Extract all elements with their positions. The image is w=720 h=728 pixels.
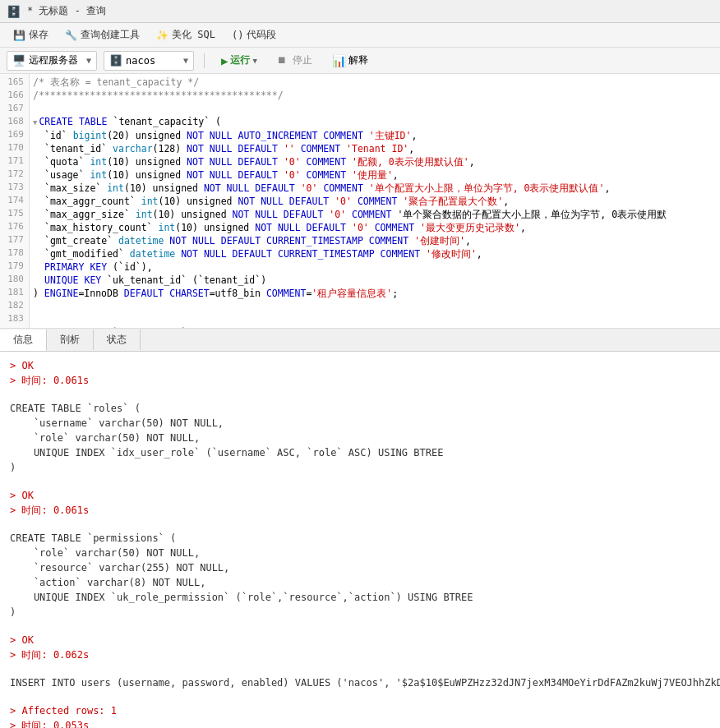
- line-number: 167: [0, 102, 29, 115]
- result-block: > OK> 时间: 0.062s: [10, 633, 710, 662]
- code-text: `gmt_create` datetime NOT NULL DEFAULT C…: [44, 234, 471, 247]
- code-line: `tenant_id` varchar(128) NOT NULL DEFAUL…: [33, 142, 717, 155]
- result-line: > OK: [10, 488, 710, 503]
- code-line: [33, 102, 717, 115]
- code-text: CREATE TABLE `tenant_capacity` (: [39, 115, 221, 128]
- line-number: 176: [0, 220, 29, 233]
- database-select[interactable]: 🗄️ nacos ▼: [104, 51, 194, 71]
- window-title: * 无标题 - 查询: [27, 4, 106, 18]
- stop-label: 停止: [293, 54, 312, 66]
- result-line: > OK: [10, 358, 710, 373]
- code-line: PRIMARY KEY (`id`),: [33, 260, 717, 274]
- result-block: CREATE TABLE `roles` ( `username` varcha…: [10, 401, 710, 475]
- tab-info[interactable]: 信息: [0, 329, 47, 351]
- fold-icon[interactable]: ▼: [33, 116, 37, 129]
- remote-server-value: 远程服务器: [29, 53, 78, 67]
- code-text: `max_aggr_size` int(10) unsigned NOT NUL…: [44, 208, 667, 221]
- code-text: `id` bigint(20) unsigned NOT NULL AUTO_I…: [44, 129, 417, 142]
- line-number: 173: [0, 181, 29, 194]
- line-number: 181: [0, 286, 29, 299]
- code-text: `max_size` int(10) unsigned NOT NULL DEF…: [44, 182, 610, 195]
- remote-server-icon: 🖥️: [12, 54, 25, 67]
- result-line: UNIQUE INDEX `idx_user_role` (`username`…: [10, 445, 710, 460]
- code-line: /***************************************…: [33, 89, 717, 102]
- code-line: `usage` int(10) unsigned NOT NULL DEFAUL…: [33, 168, 717, 182]
- line-number: 170: [0, 141, 29, 154]
- code-text: PRIMARY KEY (`id`),: [44, 260, 153, 274]
- fold-icon[interactable]: ▼: [33, 327, 37, 328]
- result-area[interactable]: > OK> 时间: 0.061sCREATE TABLE `roles` ( `…: [0, 352, 720, 728]
- code-snippet-menu-item[interactable]: () 代码段: [225, 26, 283, 44]
- result-block: CREATE TABLE `permissions` ( `role` varc…: [10, 531, 710, 620]
- run-dropdown-icon[interactable]: ▼: [252, 57, 256, 65]
- code-line: ) ENGINE=InnoDB DEFAULT CHARSET=utf8_bin…: [33, 287, 717, 300]
- result-block: > OK> 时间: 0.061s: [10, 488, 710, 518]
- code-text: CREATE TABLE `tenant_info` (: [39, 326, 198, 328]
- code-text: `max_history_count` int(10) unsigned NOT…: [44, 221, 526, 234]
- result-block: INSERT INTO users (username, password, e…: [10, 675, 710, 690]
- code-text: `gmt_modified` datetime NOT NULL DEFAULT…: [44, 247, 482, 260]
- code-text: `quota` int(10) unsigned NOT NULL DEFAUL…: [44, 155, 475, 168]
- explain-label: 解释: [348, 53, 368, 67]
- remote-server-arrow: ▼: [86, 56, 91, 65]
- code-line: `max_history_count` int(10) unsigned NOT…: [33, 221, 717, 234]
- result-line: > OK: [10, 633, 710, 647]
- code-content[interactable]: 1651661671681691701711721731741751761771…: [0, 74, 720, 328]
- result-line: UNIQUE INDEX `uk_role_permission` (`role…: [10, 590, 710, 605]
- query-builder-menu-item[interactable]: 🔧 查询创建工具: [58, 26, 146, 44]
- save-label: 保存: [29, 28, 48, 42]
- code-line: `max_size` int(10) unsigned NOT NULL DEF…: [33, 182, 717, 195]
- code-line: [33, 300, 717, 313]
- result-line: ): [10, 605, 710, 620]
- result-line: > 时间: 0.061s: [10, 503, 710, 518]
- database-icon: 🗄️: [109, 54, 122, 67]
- query-builder-label: 查询创建工具: [81, 28, 140, 42]
- line-number: 179: [0, 260, 29, 273]
- code-line: [33, 313, 717, 326]
- code-lines[interactable]: /* 表名称 = tenant_capacity *//************…: [30, 74, 720, 328]
- title-bar: 🗄️ * 无标题 - 查询: [0, 0, 720, 23]
- toolbar: 🖥️ 远程服务器 ▼ 🗄️ nacos ▼ ▶ 运行 ▼ ⏹ 停止 📊 解释: [0, 48, 720, 74]
- line-number: 183: [0, 312, 29, 325]
- tab-bar: 信息剖析状态: [0, 329, 720, 352]
- code-line: ▼CREATE TABLE `tenant_capacity` (: [33, 115, 717, 129]
- explain-button[interactable]: 📊 解释: [325, 51, 375, 70]
- result-line: > 时间: 0.062s: [10, 647, 710, 662]
- code-text: `max_aggr_count` int(10) unsigned NOT NU…: [44, 195, 509, 208]
- code-line: `quota` int(10) unsigned NOT NULL DEFAUL…: [33, 155, 717, 168]
- result-line: `action` varchar(8) NOT NULL,: [10, 575, 710, 590]
- code-line: /* 表名称 = tenant_capacity */: [33, 76, 717, 89]
- code-line: `id` bigint(20) unsigned NOT NULL AUTO_I…: [33, 129, 717, 142]
- save-icon: 💾: [13, 30, 25, 41]
- toolbar-separator: [204, 53, 205, 68]
- code-line: UNIQUE KEY `uk_tenant_id` (`tenant_id`): [33, 274, 717, 287]
- code-text: /* 表名称 = tenant_capacity */: [33, 76, 199, 89]
- code-text: `tenant_id` varchar(128) NOT NULL DEFAUL…: [44, 142, 414, 155]
- line-number: 172: [0, 168, 29, 181]
- tab-status[interactable]: 状态: [94, 329, 141, 350]
- result-line: `resource` varchar(255) NOT NULL,: [10, 560, 710, 575]
- line-number: 168: [0, 115, 29, 128]
- db-icon: 🗄️: [7, 5, 21, 18]
- database-arrow: ▼: [183, 56, 188, 65]
- result-line: > 时间: 0.061s: [10, 373, 710, 388]
- result-line: INSERT INTO users (username, password, e…: [10, 675, 710, 690]
- result-line: > 时间: 0.053s: [10, 718, 710, 728]
- result-line: > Affected rows: 1: [10, 703, 710, 718]
- explain-icon: 📊: [332, 54, 346, 67]
- menu-bar: 💾 保存 🔧 查询创建工具 ✨ 美化 SQL () 代码段: [0, 23, 720, 48]
- remote-server-select[interactable]: 🖥️ 远程服务器 ▼: [7, 51, 97, 71]
- editor-area: 1651661671681691701711721731741751761771…: [0, 74, 720, 329]
- code-line: `max_aggr_count` int(10) unsigned NOT NU…: [33, 195, 717, 208]
- stop-button[interactable]: ⏹ 停止: [270, 51, 319, 70]
- code-line: `max_aggr_size` int(10) unsigned NOT NUL…: [33, 208, 717, 221]
- beautify-icon: ✨: [156, 30, 168, 41]
- code-snippet-label: 代码段: [247, 28, 276, 42]
- line-number: 177: [0, 233, 29, 247]
- tab-analysis[interactable]: 剖析: [47, 329, 94, 350]
- beautify-menu-item[interactable]: ✨ 美化 SQL: [150, 26, 222, 44]
- result-line: `role` varchar(50) NOT NULL,: [10, 431, 710, 445]
- save-menu-item[interactable]: 💾 保存: [7, 26, 55, 44]
- line-number: 166: [0, 89, 29, 102]
- run-button[interactable]: ▶ 运行 ▼: [215, 51, 264, 70]
